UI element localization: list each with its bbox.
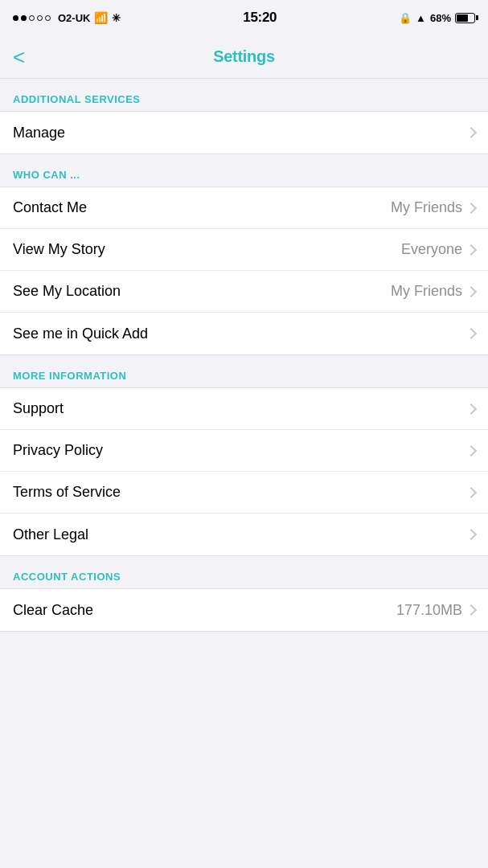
settings-item-see-me-quick-add[interactable]: See me in Quick Add [0, 313, 488, 354]
carrier-text: O2-UK [58, 12, 90, 24]
settings-item-right-view-my-story: Everyone [401, 241, 475, 258]
section-header-text-who-can: WHO CAN ... [13, 169, 80, 181]
chevron-icon-see-me-quick-add [465, 328, 477, 339]
page-title: Settings [213, 47, 275, 66]
settings-item-right-see-my-location: My Friends [391, 283, 475, 300]
section-header-additional-services: ADDITIONAL SERVICES [0, 79, 488, 111]
section-header-who-can: WHO CAN ... [0, 154, 488, 186]
battery-icon [455, 13, 475, 23]
settings-item-value-view-my-story: Everyone [401, 241, 462, 258]
chevron-icon-clear-cache [465, 604, 477, 616]
dot-3 [29, 15, 35, 21]
section-header-text-more-information: MORE INFORMATION [13, 370, 126, 382]
settings-item-right-other-legal [467, 530, 475, 538]
settings-item-right-support [467, 405, 475, 413]
settings-item-other-legal[interactable]: Other Legal [0, 514, 488, 555]
settings-item-label-see-my-location: See My Location [13, 283, 121, 300]
location-icon: ▲ [416, 12, 426, 24]
back-button[interactable]: < [13, 47, 25, 68]
settings-item-right-see-me-quick-add [467, 330, 475, 338]
lock-icon: 🔒 [399, 12, 412, 24]
chevron-icon-contact-me [465, 202, 477, 213]
settings-item-right-manage [467, 129, 475, 137]
status-bar: O2-UK 📶 ✳ 15:20 🔒 ▲ 68% [0, 0, 488, 35]
chevron-icon-support [465, 403, 477, 414]
settings-item-value-see-my-location: My Friends [391, 283, 462, 300]
signal-dots [13, 15, 51, 21]
status-right: 🔒 ▲ 68% [399, 12, 475, 24]
settings-item-label-terms-of-service: Terms of Service [13, 484, 121, 501]
settings-item-label-clear-cache: Clear Cache [13, 602, 93, 619]
settings-item-label-support: Support [13, 400, 64, 417]
chevron-icon-other-legal [465, 529, 477, 540]
dot-2 [21, 15, 27, 21]
section-header-more-information: MORE INFORMATION [0, 355, 488, 387]
settings-item-privacy-policy[interactable]: Privacy Policy [0, 430, 488, 472]
battery-icon-container [455, 13, 475, 23]
chevron-icon-terms-of-service [465, 486, 477, 497]
settings-item-right-terms-of-service [467, 489, 475, 497]
status-time: 15:20 [243, 10, 277, 26]
dot-4 [37, 15, 43, 21]
section-header-account-actions: ACCOUNT ACTIONS [0, 556, 488, 588]
settings-item-right-contact-me: My Friends [391, 199, 475, 216]
chevron-icon-manage [465, 127, 477, 138]
settings-item-view-my-story[interactable]: View My StoryEveryone [0, 229, 488, 271]
battery-fill [457, 14, 468, 22]
settings-item-label-see-me-quick-add: See me in Quick Add [13, 326, 148, 342]
settings-list-more-information: SupportPrivacy PolicyTerms of ServiceOth… [0, 387, 488, 556]
section-header-text-additional-services: ADDITIONAL SERVICES [13, 93, 141, 105]
chevron-icon-see-my-location [465, 285, 477, 297]
settings-item-support[interactable]: Support [0, 388, 488, 430]
network-icon: ✳ [112, 12, 121, 24]
settings-list-additional-services: Manage [0, 111, 488, 154]
settings-item-label-view-my-story: View My Story [13, 241, 105, 258]
battery-percent: 68% [430, 12, 451, 24]
dot-5 [45, 15, 51, 21]
settings-item-label-other-legal: Other Legal [13, 526, 88, 543]
settings-item-clear-cache[interactable]: Clear Cache177.10MB [0, 589, 488, 631]
nav-bar: < Settings [0, 35, 488, 79]
settings-item-value-contact-me: My Friends [391, 199, 462, 216]
chevron-icon-privacy-policy [465, 444, 477, 456]
settings-item-manage[interactable]: Manage [0, 112, 488, 154]
settings-item-contact-me[interactable]: Contact MeMy Friends [0, 187, 488, 229]
section-header-text-account-actions: ACCOUNT ACTIONS [13, 571, 121, 583]
settings-item-right-privacy-policy [467, 447, 475, 455]
settings-item-terms-of-service[interactable]: Terms of Service [0, 472, 488, 514]
settings-list-who-can: Contact MeMy FriendsView My StoryEveryon… [0, 186, 488, 355]
settings-item-label-contact-me: Contact Me [13, 199, 87, 216]
settings-list-account-actions: Clear Cache177.10MB [0, 588, 488, 632]
status-left: O2-UK 📶 ✳ [13, 11, 121, 24]
wifi-icon: 📶 [94, 11, 108, 24]
dot-1 [13, 15, 18, 21]
chevron-icon-view-my-story [465, 244, 477, 255]
settings-item-value-clear-cache: 177.10MB [396, 602, 462, 619]
settings-item-right-clear-cache: 177.10MB [396, 602, 475, 619]
settings-item-label-manage: Manage [13, 125, 65, 141]
settings-item-see-my-location[interactable]: See My LocationMy Friends [0, 271, 488, 313]
settings-item-label-privacy-policy: Privacy Policy [13, 442, 103, 459]
settings-content: ADDITIONAL SERVICESManageWHO CAN ...Cont… [0, 79, 488, 632]
